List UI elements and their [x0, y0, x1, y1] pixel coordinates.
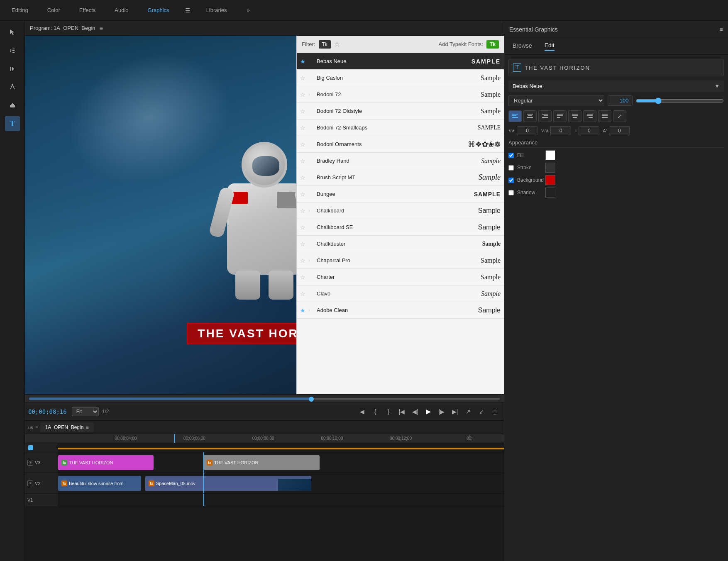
font-size-slider[interactable]: [636, 98, 724, 104]
go-to-out-button[interactable]: ▶|: [449, 406, 461, 417]
go-to-in-button[interactable]: |◀: [396, 406, 408, 417]
fill-color-swatch[interactable]: [545, 150, 555, 160]
tab-edit[interactable]: Edit: [545, 42, 555, 51]
nav-item-audio[interactable]: Audio: [111, 5, 132, 15]
add-marker-button[interactable]: {: [369, 406, 381, 417]
v3-eye-toggle[interactable]: 👁: [27, 460, 33, 466]
step-forward-button[interactable]: |▶: [436, 406, 447, 417]
filter-tk-button[interactable]: Tk: [319, 40, 331, 49]
font-star[interactable]: ☆: [300, 274, 308, 280]
nav-item-editing[interactable]: Editing: [8, 5, 32, 15]
track-select-tool[interactable]: [5, 43, 20, 58]
background-color-swatch[interactable]: [545, 175, 555, 185]
font-size-input[interactable]: [608, 95, 633, 106]
font-selector-row[interactable]: Bebas Neue ▼: [508, 80, 724, 92]
font-star[interactable]: ☆: [300, 158, 308, 164]
font-item[interactable]: ☆ Charter Sample: [297, 269, 504, 285]
font-style-select[interactable]: Regular Bold Italic Bold Italic: [508, 95, 604, 106]
nav-item-graphics[interactable]: Graphics: [144, 5, 173, 15]
font-item[interactable]: ★ › Adobe Clean Sample: [297, 302, 504, 319]
font-item[interactable]: ☆ Brush Script MT Sample: [297, 169, 504, 186]
align-center-button[interactable]: [523, 110, 537, 122]
font-star[interactable]: ☆: [300, 191, 308, 198]
kerning-input[interactable]: [550, 126, 571, 135]
typekit-badge[interactable]: Tk: [486, 40, 499, 49]
scrubber-handle[interactable]: [309, 397, 314, 402]
scrubber-bar[interactable]: [25, 394, 504, 402]
clip-vast-horizon-1[interactable]: fx THE VAST HORIZON: [58, 455, 154, 470]
clip-vast-horizon-2[interactable]: fx THE VAST HORIZON: [203, 455, 320, 470]
font-expand-icon[interactable]: ›: [308, 258, 315, 263]
font-item[interactable]: ☆ Clavo Sample: [297, 285, 504, 302]
v3-track-content[interactable]: fx THE VAST HORIZON fx THE VAST HORIZON: [58, 452, 504, 473]
font-item[interactable]: ☆ › Chalkboard Sample: [297, 202, 504, 219]
justify-all-button[interactable]: [598, 110, 611, 122]
align-left-button[interactable]: [508, 110, 522, 122]
v2-track-content[interactable]: fx Beautiful slow sunrise from fx SpaceM…: [58, 473, 504, 493]
nav-item-effects[interactable]: Effects: [76, 5, 99, 15]
ripple-edit-tool[interactable]: [5, 61, 20, 76]
font-item[interactable]: ☆ Bodoni 72 Smallcaps SAMPLE: [297, 120, 504, 136]
shadow-color-swatch[interactable]: [545, 188, 555, 198]
v1-track-content[interactable]: [58, 494, 504, 506]
v2-eye-toggle[interactable]: 👁: [27, 481, 33, 486]
font-item[interactable]: ☆ Bodoni 72 Oldstyle Sample: [297, 103, 504, 120]
step-back-button[interactable]: ◀|: [409, 406, 421, 417]
background-checkbox[interactable]: [508, 178, 514, 183]
eg-menu-icon[interactable]: ≡: [720, 26, 723, 33]
font-star[interactable]: ☆: [300, 75, 308, 81]
font-expand-icon[interactable]: ›: [308, 308, 315, 312]
fill-checkbox[interactable]: [508, 153, 514, 158]
font-star[interactable]: ☆: [300, 241, 308, 247]
font-star[interactable]: ☆: [300, 124, 308, 131]
font-star[interactable]: ★: [300, 58, 308, 65]
font-star[interactable]: ☆: [300, 174, 308, 181]
shadow-checkbox[interactable]: [508, 190, 514, 195]
timeline-tab-settings-icon[interactable]: ≡: [86, 425, 88, 430]
selection-tool[interactable]: [5, 25, 20, 40]
font-expand-icon[interactable]: ›: [308, 208, 315, 213]
nav-hamburger-icon[interactable]: ☰: [185, 7, 191, 14]
font-item[interactable]: ☆ Chalkduster Sample: [297, 236, 504, 252]
justify-right-button[interactable]: [583, 110, 596, 122]
type-tool[interactable]: T: [5, 116, 20, 131]
filter-star-button[interactable]: ☆: [334, 40, 340, 48]
timeline-tab-active[interactable]: 1A_OPEN_Begin ≡: [40, 423, 94, 432]
font-item[interactable]: ☆ › Bodoni 72 Sample: [297, 86, 504, 103]
timeline-tab-prev[interactable]: us: [28, 425, 33, 430]
pen-tool[interactable]: [5, 80, 20, 95]
font-star[interactable]: ★: [300, 307, 308, 314]
hand-tool[interactable]: [5, 98, 20, 113]
clip-spaceman[interactable]: fx SpaceMan_05.mov: [145, 476, 311, 491]
justify-left-button[interactable]: [553, 110, 567, 122]
font-star[interactable]: ☆: [300, 91, 308, 98]
tracking-input[interactable]: [517, 126, 537, 135]
justify-center-button[interactable]: [568, 110, 581, 122]
font-item[interactable]: ☆ Chalkboard SE Sample: [297, 219, 504, 236]
export-frame-button[interactable]: ⬚: [489, 406, 501, 417]
font-star[interactable]: ☆: [300, 224, 308, 231]
nav-item-color[interactable]: Color: [44, 5, 64, 15]
monitor-menu-icon[interactable]: ≡: [100, 25, 103, 32]
tab-browse[interactable]: Browse: [513, 42, 532, 51]
mark-out-button[interactable]: }: [383, 406, 394, 417]
font-item[interactable]: ☆ Bungee SAMPLE: [297, 186, 504, 202]
stroke-checkbox[interactable]: [508, 165, 514, 171]
nav-more-icon[interactable]: »: [247, 7, 249, 13]
timeline-tab-close[interactable]: ✕: [35, 424, 39, 430]
overwrite-button[interactable]: ↙: [476, 406, 487, 417]
font-item[interactable]: ☆ Bodoni Ornaments ⌘❖✿❀❁: [297, 136, 504, 153]
font-item[interactable]: ★ Bebas Neue SAMPLE: [297, 53, 504, 70]
font-dropdown-icon[interactable]: ▼: [714, 83, 720, 89]
font-star[interactable]: ☆: [300, 108, 308, 115]
font-star[interactable]: ☆: [300, 207, 308, 214]
font-item[interactable]: ☆ Bradley Hand Sample: [297, 153, 504, 169]
font-item[interactable]: ☆ Big Caslon Sample: [297, 70, 504, 86]
nav-item-libraries[interactable]: Libraries: [203, 5, 230, 15]
clip-sunrise[interactable]: fx Beautiful slow sunrise from: [58, 476, 141, 491]
mark-in-button[interactable]: ◀: [356, 406, 368, 417]
font-star[interactable]: ☆: [300, 290, 308, 297]
insert-button[interactable]: ↗: [462, 406, 474, 417]
font-item[interactable]: ☆ › Chaparral Pro Sample: [297, 252, 504, 269]
stroke-color-swatch[interactable]: [545, 163, 555, 173]
